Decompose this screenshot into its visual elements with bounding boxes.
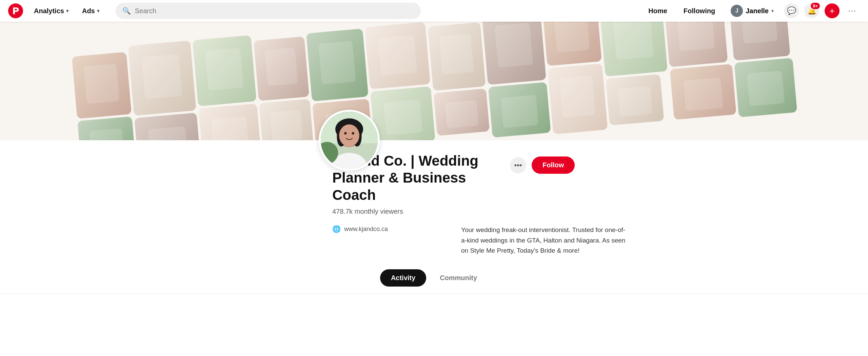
home-link[interactable]: Home xyxy=(643,4,673,18)
analytics-label: Analytics xyxy=(34,7,64,15)
more-options-button[interactable]: ··· xyxy=(845,3,860,18)
mosaic-image xyxy=(253,36,309,101)
bio-text: Your wedding freak-out interventionist. … xyxy=(461,225,631,256)
profile-options-button[interactable]: ••• xyxy=(510,157,526,173)
mosaic-image xyxy=(728,22,790,60)
profile-actions: ••• Follow xyxy=(510,156,575,174)
profile-section: KJ and Co. | Wedding Planner & Business … xyxy=(0,140,868,308)
svg-point-9 xyxy=(339,124,359,146)
mosaic-image xyxy=(306,28,368,101)
user-name: Janelle xyxy=(746,7,769,15)
mosaic-image xyxy=(670,64,736,120)
profile-avatar xyxy=(319,110,380,171)
user-initial: J xyxy=(735,8,738,14)
following-link[interactable]: Following xyxy=(678,4,721,18)
cover-image xyxy=(0,22,868,140)
mosaic-col-9 xyxy=(542,22,608,134)
pinterest-icon: 𝗣 xyxy=(12,5,19,17)
profile-left-col: 🌐 www.kjandco.ca xyxy=(332,225,434,256)
mosaic-col-12 xyxy=(728,22,797,117)
search-input[interactable] xyxy=(135,7,414,15)
messages-button[interactable]: 💬 xyxy=(784,3,799,18)
profile-lower-row: 🌐 www.kjandco.ca Your wedding freak-out … xyxy=(332,225,631,256)
mosaic-image xyxy=(72,52,131,119)
profile-content: KJ and Co. | Wedding Planner & Business … xyxy=(237,147,631,256)
ads-chevron-icon: ▾ xyxy=(97,8,99,14)
mosaic-image xyxy=(547,64,607,134)
mosaic-image xyxy=(428,22,486,91)
profile-avatar-wrap xyxy=(319,110,380,171)
monthly-viewers: 478.7k monthly viewers xyxy=(332,208,502,215)
user-menu[interactable]: J Janelle ▾ xyxy=(726,2,778,20)
avatar-svg xyxy=(321,112,378,169)
avatar: J xyxy=(731,5,743,17)
ads-menu[interactable]: Ads ▾ xyxy=(77,4,105,18)
notification-badge: 9+ xyxy=(810,2,821,10)
pinterest-logo[interactable]: 𝗣 xyxy=(8,3,23,18)
mosaic-image xyxy=(259,99,313,140)
mosaic-image xyxy=(599,22,667,77)
profile-bio: Your wedding freak-out interventionist. … xyxy=(461,225,631,256)
tabs-section: Activity Community xyxy=(0,256,868,294)
tab-activity[interactable]: Activity xyxy=(380,269,426,287)
notifications-button[interactable]: 🔔 9+ xyxy=(804,3,819,18)
messages-icon: 💬 xyxy=(787,6,796,15)
analytics-menu[interactable]: Analytics ▾ xyxy=(28,4,74,18)
tab-community[interactable]: Community xyxy=(429,269,488,287)
mosaic-col-2 xyxy=(128,41,201,140)
mosaic-image xyxy=(192,35,256,106)
mosaic-col-11 xyxy=(664,22,736,120)
nav-right: Home Following J Janelle ▾ 💬 🔔 9+ + ··· xyxy=(643,2,860,20)
add-button[interactable]: + xyxy=(825,3,840,18)
user-chevron-icon: ▾ xyxy=(771,8,774,14)
options-dots-icon: ••• xyxy=(514,161,522,170)
follow-button[interactable]: Follow xyxy=(532,156,575,174)
mosaic-col-4 xyxy=(253,36,314,140)
website-link[interactable]: 🌐 www.kjandco.ca xyxy=(332,225,434,233)
analytics-chevron-icon: ▾ xyxy=(66,8,68,14)
navbar: 𝗣 Analytics ▾ Ads ▾ 🔍 Home Following J J… xyxy=(0,0,868,22)
mosaic-image xyxy=(128,41,196,116)
search-icon: 🔍 xyxy=(122,7,131,15)
mosaic-col-8 xyxy=(482,22,551,138)
mosaic-image xyxy=(364,22,430,89)
ellipsis-icon: ··· xyxy=(848,6,856,15)
avatar-person xyxy=(321,112,378,169)
mosaic-image xyxy=(77,117,136,140)
mosaic-col-7 xyxy=(428,22,490,135)
profile-center: KJ and Co. | Wedding Planner & Business … xyxy=(0,140,868,256)
mosaic-image xyxy=(198,104,261,140)
mosaic-image xyxy=(542,22,601,66)
mosaic-image xyxy=(433,88,490,136)
globe-icon: 🌐 xyxy=(332,225,341,233)
cover-mosaic xyxy=(0,22,868,140)
nav-left: Analytics ▾ Ads ▾ xyxy=(28,4,105,18)
mosaic-image xyxy=(482,22,546,85)
mosaic-image xyxy=(606,74,664,126)
mosaic-image xyxy=(134,113,201,140)
ads-label: Ads xyxy=(82,7,95,15)
mosaic-image xyxy=(664,22,728,67)
mosaic-col-1 xyxy=(72,52,136,140)
mosaic-col-3 xyxy=(192,35,261,140)
mosaic-image xyxy=(370,86,435,140)
svg-point-11 xyxy=(352,132,354,134)
mosaic-image xyxy=(734,58,797,117)
mosaic-image xyxy=(488,82,551,138)
svg-point-10 xyxy=(344,132,347,134)
mosaic-col-10 xyxy=(599,22,672,125)
search-bar[interactable]: 🔍 xyxy=(116,3,421,19)
website-url: www.kjandco.ca xyxy=(344,226,388,233)
plus-icon: + xyxy=(829,6,834,16)
